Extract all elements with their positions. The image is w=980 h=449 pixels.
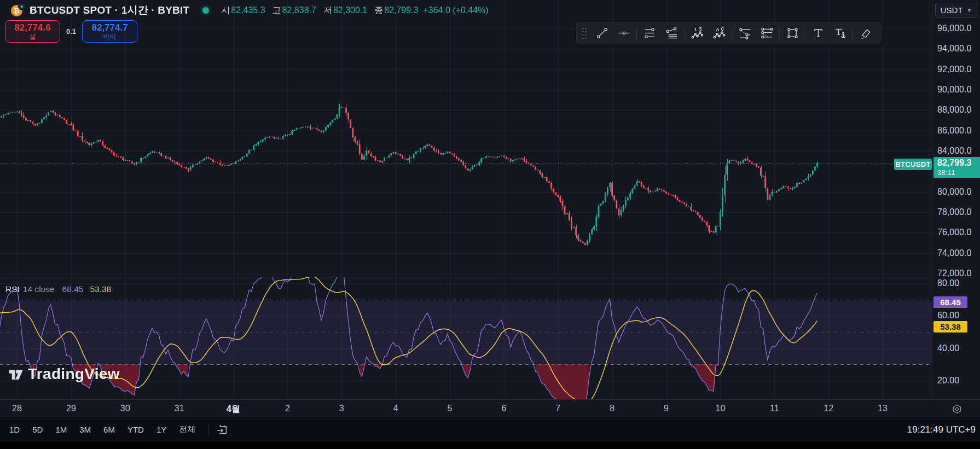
watermark-text: TradingView	[28, 365, 120, 383]
high-label: 고	[272, 5, 281, 16]
last-price-badge: 82,799.3 38:11	[933, 157, 980, 178]
price-tick-label: 74,000.0	[937, 248, 971, 258]
fib-retracement-icon[interactable]	[639, 25, 660, 42]
rsi-indicator-legend[interactable]: RSI 14 close 68.45 53.38	[5, 284, 111, 294]
time-tick-label: 6	[501, 404, 506, 413]
time-tick-label: 29	[66, 404, 76, 413]
buy-button[interactable]: 82,774.7 바이	[82, 20, 137, 43]
time-tick-label: 30	[120, 404, 130, 413]
tradingview-watermark[interactable]: TradingView	[7, 365, 120, 383]
drawing-toolbar: 15AC	[576, 22, 882, 44]
clock[interactable]: 19:21:49 UTC+9	[907, 417, 976, 442]
market-status-dot[interactable]	[202, 7, 209, 14]
spread-value: 0.1	[66, 27, 76, 36]
time-tick-label: 28	[12, 404, 22, 413]
range-buttons: 1D5D1M3M6MYTD1Y전체	[0, 422, 200, 438]
range-button-1m[interactable]: 1M	[50, 422, 72, 437]
time-tick-label: 9	[664, 404, 669, 413]
trend-line-icon[interactable]	[591, 25, 613, 42]
price-tick-label: 92,000.0	[937, 65, 971, 74]
ohlc-values: 시 82,435.3 고 82,838.7 저 82,300.1 종 82,79…	[221, 5, 488, 16]
rsi-name: RSI	[5, 284, 20, 294]
tradingview-logo-icon	[7, 366, 24, 382]
time-tick-label: 12	[824, 404, 833, 413]
time-tick-label: 5	[448, 404, 453, 413]
low-value: 82,300.1	[333, 5, 367, 15]
horizontal-line-icon[interactable]	[613, 25, 635, 42]
short-position-icon[interactable]	[756, 25, 778, 42]
last-price-symbol-badge: BTCUSDT	[894, 159, 932, 170]
window-edge	[0, 442, 980, 449]
close-label: 종	[374, 5, 383, 16]
change-value: +364.0 (+0.44%)	[423, 5, 488, 15]
price-tick-label: 96,000.0	[937, 24, 971, 33]
time-axis[interactable]: 282930314월2345678910111213	[0, 399, 980, 418]
bitcoin-logo-icon: ₿ ◆	[11, 4, 24, 17]
high-value: 82,838.7	[282, 5, 316, 15]
open-value: 82,435.3	[231, 5, 265, 15]
range-button-5d[interactable]: 5D	[27, 422, 48, 437]
toolbar-drag-handle[interactable]	[581, 26, 589, 40]
chart-root: ₿ ◆ BTCUSDT SPOT · 1시간 · BYBIT 시 82,435.…	[0, 0, 980, 417]
brush-icon[interactable]	[855, 25, 877, 42]
svg-text:C: C	[721, 27, 724, 32]
go-to-date-icon[interactable]	[214, 422, 230, 438]
price-tick-label: 84,000.0	[937, 146, 971, 156]
price-tick-label: 88,000.0	[937, 105, 971, 115]
rectangle-icon[interactable]	[781, 25, 803, 42]
rsi-tick-label: 40.00	[937, 343, 959, 353]
symbol-title[interactable]: BTCUSDT SPOT · 1시간 · BYBIT	[30, 3, 189, 18]
currency-dropdown[interactable]: USDT ▼	[935, 3, 977, 18]
rsi-params: 14 close	[23, 284, 55, 294]
time-tick-label: 4월	[227, 404, 240, 415]
range-button-전체[interactable]: 전체	[174, 422, 200, 438]
rsi-tick-label: 20.00	[937, 376, 959, 386]
range-button-ytd[interactable]: YTD	[123, 422, 149, 437]
chart-canvas[interactable]	[0, 0, 932, 399]
range-button-6m[interactable]: 6M	[98, 422, 120, 437]
rsi-tick-label: 60.00	[937, 311, 959, 320]
sell-button[interactable]: 82,774.6 셀	[5, 20, 60, 43]
time-tick-label: 10	[715, 404, 725, 413]
timezone-settings-icon[interactable]	[950, 403, 964, 416]
rsi-ma-value-badge: 53.38	[933, 321, 967, 333]
trade-panel: 82,774.6 셀 0.1 82,774.7 바이	[5, 20, 137, 43]
rsi-value-badge: 68.45	[933, 296, 967, 308]
price-tick-label: 90,000.0	[937, 85, 971, 95]
xabcd-pattern-icon[interactable]: AC	[708, 25, 730, 42]
price-tick-label: 80,000.0	[937, 187, 971, 197]
symbol-header: ₿ ◆ BTCUSDT SPOT · 1시간 · BYBIT 시 82,435.…	[11, 3, 489, 18]
svg-text:1: 1	[694, 27, 697, 32]
price-tick-label: 72,000.0	[937, 269, 971, 278]
text-icon[interactable]	[807, 25, 829, 42]
divider	[208, 424, 208, 436]
bottom-toolbar: 1D5D1M3M6MYTD1Y전체 19:21:49 UTC+9	[0, 417, 980, 442]
last-price-value: 82,799.3	[937, 158, 980, 168]
price-tick-label: 78,000.0	[937, 207, 971, 217]
time-tick-label: 2	[285, 404, 290, 413]
time-tick-label: 7	[555, 404, 560, 413]
bar-countdown: 38:11	[937, 168, 980, 177]
chevron-down-icon: ▼	[966, 7, 972, 13]
svg-text:5: 5	[699, 27, 701, 32]
divider	[636, 27, 637, 39]
price-tick-label: 94,000.0	[937, 44, 971, 54]
anchored-text-icon[interactable]	[829, 25, 851, 42]
price-tick-label: 76,000.0	[937, 228, 971, 237]
range-button-3m[interactable]: 3M	[74, 422, 96, 437]
elliott-wave-icon[interactable]: 15	[686, 25, 708, 42]
rsi-ma-value: 53.38	[90, 284, 111, 294]
long-position-icon[interactable]	[734, 25, 756, 42]
time-tick-label: 11	[770, 404, 779, 413]
trend-fib-extension-icon[interactable]	[660, 25, 682, 42]
range-button-1d[interactable]: 1D	[4, 422, 25, 437]
time-tick-label: 31	[175, 404, 184, 413]
divider	[732, 27, 732, 39]
low-label: 저	[323, 5, 332, 16]
price-axis[interactable]: USDT ▼ 82,799.3 38:11 68.45 53.38 96,000…	[932, 0, 980, 399]
tradingview-app: ₿ ◆ BTCUSDT SPOT · 1시간 · BYBIT 시 82,435.…	[0, 0, 980, 449]
divider	[684, 27, 685, 39]
price-tick-label: 86,000.0	[937, 126, 971, 136]
range-button-1y[interactable]: 1Y	[152, 422, 171, 437]
divider	[805, 27, 805, 39]
